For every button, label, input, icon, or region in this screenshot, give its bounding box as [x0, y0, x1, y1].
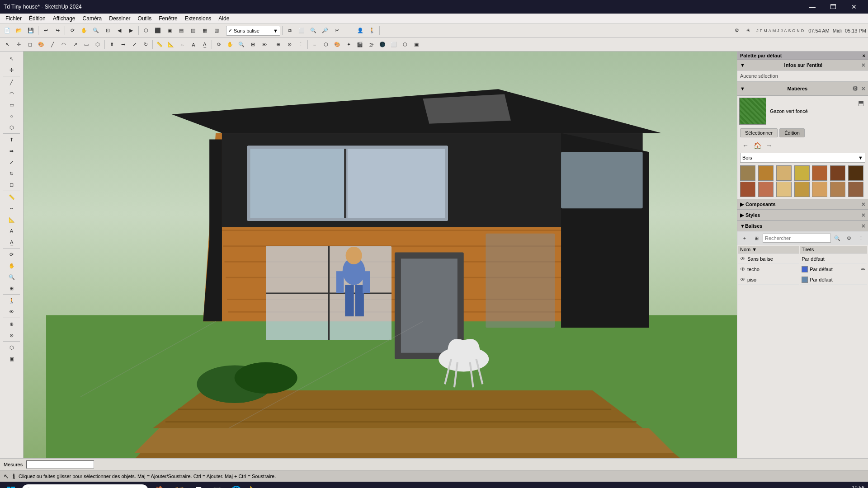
section-tool[interactable]: ⊕	[273, 39, 283, 50]
menu-fichier[interactable]: Fichier	[2, 14, 25, 23]
section-left[interactable]: ⊕	[6, 319, 17, 329]
menu-edition[interactable]: Édition	[25, 14, 49, 23]
taskbar-app-files[interactable]: 📁	[171, 483, 187, 488]
sandbox-tool[interactable]: ⬡	[400, 39, 410, 50]
walk-button[interactable]: 🚶	[367, 25, 377, 36]
protractor-left[interactable]: 📐	[6, 214, 17, 225]
followme-tool[interactable]: ➡	[118, 39, 128, 50]
balises-search-input[interactable]	[763, 234, 831, 243]
zoom-tool2[interactable]: 🔍	[236, 39, 247, 50]
layers-tool[interactable]: ≡	[309, 39, 320, 50]
start-button[interactable]	[4, 483, 18, 488]
edition-button[interactable]: Édition	[779, 128, 805, 137]
arc-left[interactable]: ◠	[6, 88, 17, 99]
3dtext-tool[interactable]: A̲	[199, 39, 210, 50]
eraser-tool[interactable]: ◻	[24, 39, 35, 50]
arc-tool[interactable]: ◠	[58, 39, 69, 50]
sun-settings-button[interactable]: ⚙	[731, 25, 742, 36]
eye-icon[interactable]: 👁	[740, 266, 745, 272]
display-section-button[interactable]: ⬜	[296, 25, 307, 36]
pushpull-left[interactable]: ⬆	[6, 134, 17, 145]
search-button[interactable]: 🔍	[308, 25, 319, 36]
scale-tool[interactable]: ⤢	[129, 39, 140, 50]
swatch-4[interactable]	[794, 165, 810, 181]
person-button[interactable]: 👤	[355, 25, 366, 36]
edge-tool[interactable]: ⬜	[388, 39, 399, 50]
zoomw-left[interactable]: ⊞	[6, 283, 17, 294]
scale-left[interactable]: ⤢	[6, 157, 17, 168]
swatch-2[interactable]	[758, 165, 774, 181]
next-view-button[interactable]: ▶	[126, 25, 137, 36]
palette-close-icon[interactable]: ×	[863, 53, 865, 58]
bottom-view-button[interactable]: ▧	[211, 25, 222, 36]
rect-left[interactable]: ▭	[6, 99, 17, 110]
edit-balise-icon[interactable]: ✏	[861, 267, 865, 272]
swatch-14[interactable]	[848, 182, 863, 197]
right-view-button[interactable]: ▤	[176, 25, 187, 36]
dim-left[interactable]: ↔	[6, 203, 17, 214]
pan-button[interactable]: ✋	[79, 25, 90, 36]
entity-close-icon[interactable]: ×	[862, 61, 865, 69]
balise-filter-button[interactable]: ⚙	[844, 233, 854, 244]
menu-outils[interactable]: Outils	[134, 14, 156, 23]
sun-toggle-button[interactable]: ☀	[743, 25, 754, 36]
iso-view-button[interactable]: ⬡	[141, 25, 151, 36]
section-plane-button[interactable]: ⧉	[284, 25, 295, 36]
rotate-tool[interactable]: ↻	[140, 39, 151, 50]
rotate-left[interactable]: ↻	[6, 168, 17, 179]
more-tools-btn[interactable]: ⋮	[295, 39, 306, 50]
mat-nav-left-icon[interactable]: ←	[740, 140, 751, 151]
offset-left[interactable]: ⊟	[6, 179, 17, 190]
text-tool[interactable]: A	[188, 39, 199, 50]
taskbar-app-sketchup[interactable]: 📐	[247, 483, 263, 488]
styles-close-icon[interactable]: ×	[862, 211, 865, 219]
taskbar-app-home[interactable]: 🏠	[152, 483, 168, 488]
swatch-7[interactable]	[848, 165, 863, 181]
dim-tool[interactable]: ↔	[177, 39, 188, 50]
swatch-5[interactable]	[812, 165, 827, 181]
taskbar-app-windows[interactable]: 🗗	[190, 483, 206, 488]
more-button[interactable]: ⋯	[343, 25, 354, 36]
menu-camera[interactable]: Caméra	[79, 14, 106, 23]
move-tool[interactable]: ✛	[13, 39, 24, 50]
composants-header[interactable]: ▶ Composants ×	[737, 199, 868, 210]
pan-left[interactable]: ✋	[6, 260, 17, 271]
top-view-button[interactable]: ⬛	[152, 25, 163, 36]
style-dropdown[interactable]: ✓ Sans balise ▼	[226, 26, 280, 36]
close-button[interactable]: ✕	[844, 0, 864, 14]
circle-left[interactable]: ○	[6, 111, 17, 122]
sandbox-left[interactable]: ⬡	[6, 342, 17, 353]
materials-tool[interactable]: 🎨	[332, 39, 343, 50]
tape-left[interactable]: 📏	[6, 192, 17, 202]
back-view-button[interactable]: ▥	[188, 25, 198, 36]
zoom-left[interactable]: 🔍	[6, 272, 17, 282]
protractor-tool[interactable]: 📐	[165, 39, 176, 50]
balise-details-button[interactable]: ⊞	[751, 233, 762, 244]
styles-tool[interactable]: ✦	[343, 39, 354, 50]
orbit-button[interactable]: ⟳	[67, 25, 78, 36]
zoom-button[interactable]: 🔍	[90, 25, 101, 36]
eye-icon[interactable]: 👁	[740, 256, 745, 262]
pushpull-tool[interactable]: ⬆	[106, 39, 117, 50]
search-icon[interactable]: 🔍	[832, 233, 843, 244]
entity-info-header[interactable]: ▼ Infos sur l'entité ×	[737, 60, 868, 70]
menu-extensions[interactable]: Extensions	[181, 14, 215, 23]
pan-tool2[interactable]: ✋	[225, 39, 236, 50]
swatch-3[interactable]	[776, 165, 792, 181]
scenes-tool[interactable]: 🎬	[354, 39, 365, 50]
balises-close-icon[interactable]: ×	[862, 222, 865, 230]
undo-button[interactable]: ↩	[40, 25, 51, 36]
select-left[interactable]: ↖	[6, 53, 17, 64]
tape-tool[interactable]: 📏	[154, 39, 165, 50]
taskbar-search[interactable]: 🔍 Taper ici pour rechercher	[22, 484, 148, 488]
menu-dessiner[interactable]: Dessiner	[105, 14, 134, 23]
arrow-tool[interactable]: ↗	[70, 39, 80, 50]
text-left[interactable]: A	[6, 225, 17, 236]
mat-close-icon[interactable]: ×	[862, 85, 865, 92]
eye-icon[interactable]: 👁	[740, 277, 745, 283]
mat-sample-btn[interactable]: ⬒	[855, 98, 866, 108]
zoomw-tool[interactable]: ⊞	[247, 39, 258, 50]
clock[interactable]: 10:56 04/07/2024	[840, 484, 864, 488]
menu-affichage[interactable]: Affichage	[49, 14, 79, 23]
balises-header[interactable]: ▼ Balises ×	[737, 221, 868, 231]
